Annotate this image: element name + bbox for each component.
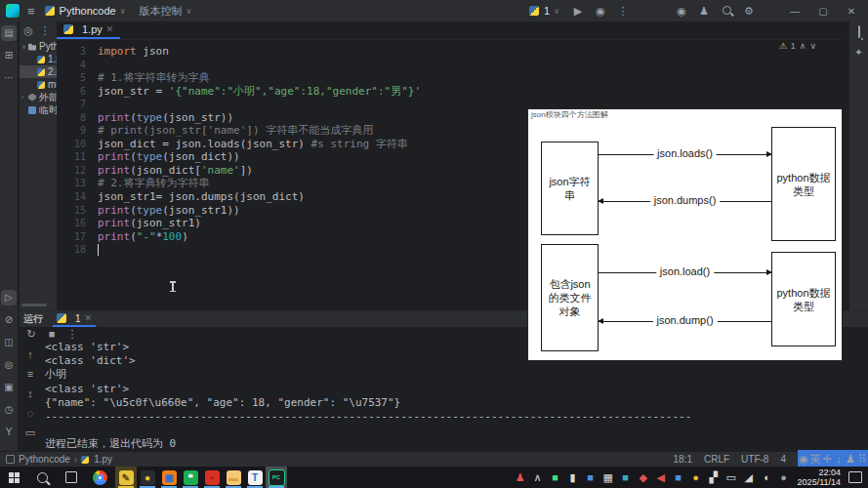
diagram-title: json模块四个方法图解 (531, 109, 608, 120)
py-icon (37, 81, 45, 89)
project-selector[interactable]: Pythoncode ∨ (45, 5, 126, 17)
status-bar: Pythoncode › 1.py 18:1 CRLF UTF-8 4 (0, 451, 868, 467)
project-tree-item[interactable]: mu (20, 78, 57, 91)
options-icon[interactable]: ⋮ (39, 24, 51, 36)
terminal-icon[interactable]: ▣ (1, 380, 17, 395)
run-panel-title: 运行 (23, 312, 43, 326)
app-red[interactable]: ▪ (201, 467, 223, 488)
run-tab[interactable]: 1 ✕ (53, 311, 96, 327)
file-encoding[interactable]: UTF-8 (741, 454, 768, 465)
code-line[interactable]: 3import json (57, 45, 844, 59)
tray-icon: ▮ (567, 471, 579, 483)
line-number: 14 (57, 190, 98, 204)
settings-icon[interactable]: ⚙ (743, 5, 755, 17)
commit-icon[interactable]: ⊞ (1, 48, 17, 63)
more-tools-icon[interactable]: ⋯ (1, 70, 17, 86)
ime-lang-indicator[interactable]: 英 (809, 453, 821, 465)
screenrec-icon[interactable]: ◉ (798, 453, 809, 465)
add-user-icon[interactable]: ♟ (698, 5, 710, 17)
text-caret (98, 244, 99, 256)
app-ide[interactable]: ▣ (158, 467, 180, 488)
ime-download-icon[interactable]: ↓ (833, 453, 845, 465)
vcs-widget[interactable]: 版本控制 ∨ (140, 4, 192, 19)
app-explorer[interactable]: ▬ (223, 467, 244, 488)
close-run-tab-icon[interactable]: ✕ (85, 313, 93, 323)
app-music[interactable]: ● (137, 467, 158, 488)
code-line[interactable]: 6json_str = '{"name":"小明","age":18,"gend… (57, 85, 844, 99)
print-icon[interactable]: ◌ (24, 407, 36, 419)
py-icon (37, 56, 45, 63)
ime-board-icon[interactable]: ⠿ (856, 453, 868, 465)
project-tree-item[interactable]: ∨Pythoncode (20, 40, 57, 53)
project-tree-item[interactable]: 1.py (20, 53, 57, 65)
taskbar-clock[interactable]: 22:04 2025/11/14 (798, 468, 841, 487)
run-configuration[interactable]: 1 ∨ (529, 5, 559, 17)
main-menu-icon[interactable]: ≡ (27, 4, 35, 19)
action-center-icon[interactable] (848, 471, 862, 483)
cursor-position[interactable]: 18:1 (674, 454, 692, 465)
app-docs[interactable]: T (244, 467, 266, 488)
project-tree-item[interactable]: 临时文... (20, 103, 57, 116)
taskbar-search-icon[interactable] (37, 472, 48, 483)
code-line[interactable]: 5# 1.将字符串转为字典 (57, 71, 844, 85)
breadcrumb-file[interactable]: 1.py (94, 454, 112, 465)
app-wechat[interactable]: ❝ (180, 467, 201, 488)
more-actions-icon[interactable]: ⋮ (617, 5, 629, 17)
chrome-icon[interactable] (93, 470, 107, 485)
tray-icon: ■ (550, 471, 561, 483)
stop-icon[interactable]: ■ (46, 328, 58, 340)
line-ending[interactable]: CRLF (704, 454, 729, 465)
scroll-end-icon[interactable]: ↕ (24, 387, 36, 399)
app-notes[interactable]: ✎ (115, 467, 137, 488)
run-button[interactable]: ▶ (572, 5, 584, 17)
maximize-button[interactable]: ▢ (814, 6, 832, 17)
rerun-icon[interactable]: ↻ (25, 328, 37, 340)
run-tool-icon[interactable]: ▷ (1, 290, 17, 305)
diagram-box-json-file: 包含json的类文件对象 (541, 244, 599, 351)
record-icon[interactable]: ◉ (676, 5, 687, 17)
code-line[interactable]: 4 (57, 59, 844, 72)
app-docs-icon: T (248, 470, 263, 485)
close-tab-icon[interactable]: ✕ (106, 24, 114, 34)
problems-icon[interactable]: ◷ (1, 402, 17, 418)
tab-1py[interactable]: 1.py ✕ (57, 21, 120, 39)
version-control-icon[interactable]: Y (1, 425, 17, 440)
tray-icon: ◢ (743, 471, 755, 483)
clear-icon[interactable]: ▭ (24, 427, 36, 438)
notifications-icon[interactable] (853, 26, 865, 38)
ime-toolbar[interactable]: ◉英✛↓♟⠿ (798, 450, 868, 467)
start-button[interactable] (9, 472, 20, 483)
line-number: 4 (57, 59, 98, 72)
more-options-icon[interactable]: ⋮ (66, 328, 78, 340)
title-bar: ≡ Pythoncode ∨ 版本控制 ∨ 1 ∨ ▶ ◉ ⋮ ◉♟⚙ — ▢ … (0, 0, 868, 22)
tray-icon: ■ (620, 471, 632, 483)
project-tree-item[interactable]: ›外部库 (20, 91, 57, 103)
minimize-button[interactable]: — (786, 6, 804, 17)
project-tree-item[interactable]: 2.py (20, 65, 57, 78)
ime-user-icon[interactable]: ♟ (845, 453, 856, 465)
python-packages-icon[interactable]: ◫ (1, 335, 17, 350)
console-line (45, 424, 868, 437)
app-pycharm[interactable]: PC (266, 467, 287, 488)
search-icon[interactable] (721, 5, 732, 17)
task-view-icon[interactable] (65, 471, 77, 483)
project-icon[interactable]: ▤ (1, 25, 17, 41)
indent-size[interactable]: 4 (780, 454, 786, 465)
ai-assistant-icon[interactable]: ✦ (853, 47, 865, 59)
breadcrumb-project[interactable]: Pythoncode (19, 454, 70, 465)
locate-file-icon[interactable]: ◎ (22, 24, 34, 36)
close-button[interactable]: ✕ (843, 6, 860, 17)
json-methods-diagram: json模块四个方法图解 json字符串 python数据类型 json.loa… (527, 108, 843, 361)
arrow-dumps-label: json.dumps() (650, 194, 721, 206)
debug-tool-icon[interactable]: ◎ (1, 357, 17, 373)
ime-tool-icon[interactable]: ✛ (821, 453, 833, 465)
services-icon[interactable]: ⊘ (1, 312, 17, 328)
debug-button[interactable]: ◉ (595, 5, 606, 17)
horizontal-scrollbar[interactable] (21, 304, 47, 306)
console-line: {"name": "\u5c0f\u660e", "age": 18, "gen… (45, 396, 868, 410)
scroll-top-icon[interactable]: ↑ (24, 348, 36, 360)
arrow-dump-label: json.dump() (652, 314, 717, 326)
line-number: 11 (57, 150, 98, 164)
soft-wrap-icon[interactable]: ≡ (24, 368, 36, 380)
line-number: 7 (57, 98, 98, 111)
